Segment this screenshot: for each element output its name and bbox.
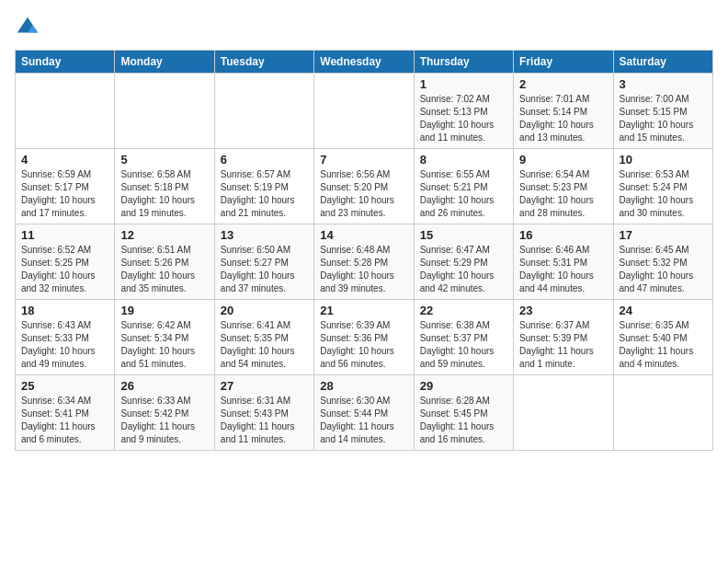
calendar-cell: 12Sunrise: 6:51 AM Sunset: 5:26 PM Dayli… [115,224,214,300]
day-number: 13 [221,228,308,242]
calendar-cell [314,74,414,149]
day-detail: Sunrise: 7:02 AM Sunset: 5:13 PM Dayligh… [420,93,507,144]
calendar-cell: 15Sunrise: 6:47 AM Sunset: 5:29 PM Dayli… [414,224,513,300]
calendar-cell [214,74,313,149]
day-number: 12 [120,228,208,242]
calendar-cell: 5Sunrise: 6:58 AM Sunset: 5:18 PM Daylig… [115,149,214,224]
day-detail: Sunrise: 6:42 AM Sunset: 5:34 PM Dayligh… [120,319,208,371]
weekday-header-wednesday: Wednesday [314,51,414,74]
day-number: 28 [320,379,407,393]
calendar-cell: 19Sunrise: 6:42 AM Sunset: 5:34 PM Dayli… [115,300,214,375]
calendar-cell: 28Sunrise: 6:30 AM Sunset: 5:44 PM Dayli… [314,375,414,451]
weekday-header-monday: Monday [115,51,214,74]
calendar-cell [613,375,712,451]
day-detail: Sunrise: 6:37 AM Sunset: 5:39 PM Dayligh… [519,319,607,371]
day-number: 7 [320,153,407,167]
day-number: 25 [21,379,108,393]
calendar-cell: 11Sunrise: 6:52 AM Sunset: 5:25 PM Dayli… [16,224,115,300]
calendar-cell: 26Sunrise: 6:33 AM Sunset: 5:42 PM Dayli… [115,375,214,451]
day-number: 27 [221,379,308,393]
day-number: 18 [21,304,108,317]
weekday-header-saturday: Saturday [613,51,712,74]
calendar-week-row: 25Sunrise: 6:34 AM Sunset: 5:41 PM Dayli… [16,375,713,451]
day-detail: Sunrise: 6:34 AM Sunset: 5:41 PM Dayligh… [21,395,108,446]
day-detail: Sunrise: 6:33 AM Sunset: 5:42 PM Dayligh… [120,395,208,446]
day-number: 29 [420,379,507,393]
weekday-header-friday: Friday [514,51,613,74]
day-number: 5 [120,153,208,167]
day-detail: Sunrise: 6:50 AM Sunset: 5:27 PM Dayligh… [221,244,308,295]
day-detail: Sunrise: 6:58 AM Sunset: 5:18 PM Dayligh… [120,168,208,220]
calendar-cell: 3Sunrise: 7:00 AM Sunset: 5:15 PM Daylig… [613,74,712,149]
calendar-cell [115,74,214,149]
calendar-cell [514,375,613,451]
calendar-week-row: 1Sunrise: 7:02 AM Sunset: 5:13 PM Daylig… [16,74,713,149]
day-number: 19 [120,304,208,317]
day-detail: Sunrise: 6:48 AM Sunset: 5:28 PM Dayligh… [320,244,407,295]
day-number: 9 [519,153,607,167]
day-number: 23 [519,304,607,317]
weekday-header-tuesday: Tuesday [214,51,313,74]
day-detail: Sunrise: 6:46 AM Sunset: 5:31 PM Dayligh… [519,244,607,295]
day-detail: Sunrise: 6:57 AM Sunset: 5:19 PM Dayligh… [221,168,308,220]
day-number: 11 [21,228,108,242]
calendar-cell: 1Sunrise: 7:02 AM Sunset: 5:13 PM Daylig… [414,74,513,149]
calendar-week-row: 4Sunrise: 6:59 AM Sunset: 5:17 PM Daylig… [16,149,713,224]
calendar-cell: 20Sunrise: 6:41 AM Sunset: 5:35 PM Dayli… [214,300,313,375]
calendar-cell: 9Sunrise: 6:54 AM Sunset: 5:23 PM Daylig… [514,149,613,224]
calendar-cell: 18Sunrise: 6:43 AM Sunset: 5:33 PM Dayli… [16,300,115,375]
day-number: 1 [420,77,507,91]
logo [15,15,44,40]
day-detail: Sunrise: 6:53 AM Sunset: 5:24 PM Dayligh… [620,168,707,220]
day-number: 17 [620,228,707,242]
calendar-cell: 7Sunrise: 6:56 AM Sunset: 5:20 PM Daylig… [314,149,414,224]
day-number: 2 [519,77,607,91]
weekday-header-thursday: Thursday [414,51,513,74]
day-number: 14 [320,228,407,242]
day-detail: Sunrise: 6:59 AM Sunset: 5:17 PM Dayligh… [21,168,108,220]
day-detail: Sunrise: 7:01 AM Sunset: 5:14 PM Dayligh… [519,93,607,144]
day-number: 20 [221,304,308,317]
day-number: 21 [320,304,407,317]
day-detail: Sunrise: 6:55 AM Sunset: 5:21 PM Dayligh… [420,168,507,220]
calendar-cell: 4Sunrise: 6:59 AM Sunset: 5:17 PM Daylig… [16,149,115,224]
day-detail: Sunrise: 6:43 AM Sunset: 5:33 PM Dayligh… [21,319,108,371]
calendar-cell: 29Sunrise: 6:28 AM Sunset: 5:45 PM Dayli… [414,375,513,451]
calendar-cell: 21Sunrise: 6:39 AM Sunset: 5:36 PM Dayli… [314,300,414,375]
calendar-cell: 27Sunrise: 6:31 AM Sunset: 5:43 PM Dayli… [214,375,313,451]
page-header [15,15,713,40]
day-number: 22 [420,304,507,317]
calendar-cell: 17Sunrise: 6:45 AM Sunset: 5:32 PM Dayli… [613,224,712,300]
day-detail: Sunrise: 6:35 AM Sunset: 5:40 PM Dayligh… [620,319,707,371]
calendar-table: SundayMondayTuesdayWednesdayThursdayFrid… [15,50,713,451]
day-detail: Sunrise: 6:51 AM Sunset: 5:26 PM Dayligh… [120,244,208,295]
day-number: 16 [519,228,607,242]
day-detail: Sunrise: 6:52 AM Sunset: 5:25 PM Dayligh… [21,244,108,295]
day-detail: Sunrise: 6:41 AM Sunset: 5:35 PM Dayligh… [221,319,308,371]
calendar-cell: 14Sunrise: 6:48 AM Sunset: 5:28 PM Dayli… [314,224,414,300]
day-number: 3 [620,77,707,91]
calendar-cell: 10Sunrise: 6:53 AM Sunset: 5:24 PM Dayli… [613,149,712,224]
calendar-cell: 22Sunrise: 6:38 AM Sunset: 5:37 PM Dayli… [414,300,513,375]
day-detail: Sunrise: 6:38 AM Sunset: 5:37 PM Dayligh… [420,319,507,371]
day-detail: Sunrise: 6:45 AM Sunset: 5:32 PM Dayligh… [620,244,707,295]
calendar-cell: 25Sunrise: 6:34 AM Sunset: 5:41 PM Dayli… [16,375,115,451]
calendar-cell: 8Sunrise: 6:55 AM Sunset: 5:21 PM Daylig… [414,149,513,224]
day-number: 4 [21,153,108,167]
calendar-cell: 6Sunrise: 6:57 AM Sunset: 5:19 PM Daylig… [214,149,313,224]
day-detail: Sunrise: 6:54 AM Sunset: 5:23 PM Dayligh… [519,168,607,220]
day-detail: Sunrise: 6:47 AM Sunset: 5:29 PM Dayligh… [420,244,507,295]
weekday-header-sunday: Sunday [16,51,115,74]
day-detail: Sunrise: 6:31 AM Sunset: 5:43 PM Dayligh… [221,395,308,446]
calendar-cell: 23Sunrise: 6:37 AM Sunset: 5:39 PM Dayli… [514,300,613,375]
calendar-cell: 13Sunrise: 6:50 AM Sunset: 5:27 PM Dayli… [214,224,313,300]
day-detail: Sunrise: 6:28 AM Sunset: 5:45 PM Dayligh… [420,395,507,446]
day-number: 15 [420,228,507,242]
day-detail: Sunrise: 6:30 AM Sunset: 5:44 PM Dayligh… [320,395,407,446]
calendar-cell: 24Sunrise: 6:35 AM Sunset: 5:40 PM Dayli… [613,300,712,375]
day-number: 24 [620,304,707,317]
day-number: 8 [420,153,507,167]
day-detail: Sunrise: 7:00 AM Sunset: 5:15 PM Dayligh… [620,93,707,144]
day-detail: Sunrise: 6:39 AM Sunset: 5:36 PM Dayligh… [320,319,407,371]
calendar-cell: 16Sunrise: 6:46 AM Sunset: 5:31 PM Dayli… [514,224,613,300]
